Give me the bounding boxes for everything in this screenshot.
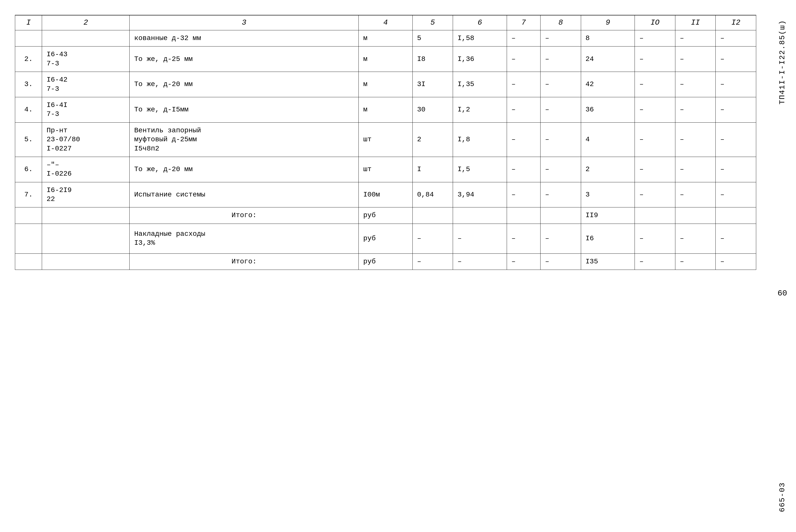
row-price: I,36 bbox=[453, 46, 507, 72]
table-row: кованные д-32 мм м 5 I,58 – – 8 – – – bbox=[15, 30, 756, 46]
row-col7: – bbox=[507, 182, 540, 207]
itogo2-col12: – bbox=[716, 253, 756, 270]
row-col12: – bbox=[716, 72, 756, 97]
row-code: I6-2I9 22 bbox=[42, 182, 130, 207]
itogo-code bbox=[42, 207, 130, 224]
itogo2-col11: – bbox=[675, 253, 715, 270]
row-code: –"– I-0226 bbox=[42, 157, 130, 182]
itogo-col8 bbox=[541, 207, 581, 224]
row-col11: – bbox=[675, 122, 715, 157]
row-col8: – bbox=[541, 122, 581, 157]
itogo2-qty: – bbox=[413, 253, 453, 270]
col-header-12: I2 bbox=[716, 15, 756, 30]
itogo2-unit: руб bbox=[359, 253, 413, 270]
row-col10: – bbox=[635, 72, 675, 97]
row-col12: – bbox=[716, 97, 756, 122]
row-id: 7. bbox=[15, 182, 42, 207]
row-col8: – bbox=[541, 30, 581, 46]
row-price: I,5 bbox=[453, 157, 507, 182]
col-header-10: IO bbox=[635, 15, 675, 30]
row-qty: 2 bbox=[413, 122, 453, 157]
row-col10: – bbox=[635, 182, 675, 207]
row-col10: – bbox=[635, 122, 675, 157]
row-id: 4. bbox=[15, 97, 42, 122]
itogo-col7 bbox=[507, 207, 540, 224]
nakladnie-col12: – bbox=[716, 224, 756, 253]
right-margin: ТП41I-I-I22.85(ш) 60 665-03 bbox=[771, 0, 794, 532]
col-header-9: 9 bbox=[581, 15, 635, 30]
col-header-7: 7 bbox=[507, 15, 540, 30]
row-col12: – bbox=[716, 157, 756, 182]
row-id: 2. bbox=[15, 46, 42, 72]
row-code: Пр-нт 23-07/80 I-0227 bbox=[42, 122, 130, 157]
nakladnie-id bbox=[15, 224, 42, 253]
row-unit: шт bbox=[359, 122, 413, 157]
row-unit: м bbox=[359, 97, 413, 122]
row-total: 4 bbox=[581, 122, 635, 157]
row-price: I,8 bbox=[453, 122, 507, 157]
row-col11: – bbox=[675, 157, 715, 182]
itogo-unit: руб bbox=[359, 207, 413, 224]
row-total: 8 bbox=[581, 30, 635, 46]
row-col12: – bbox=[716, 182, 756, 207]
header-row: I 2 3 4 5 6 7 8 9 IO II I2 bbox=[15, 15, 756, 30]
itogo-col11 bbox=[675, 207, 715, 224]
row-col7: – bbox=[507, 157, 540, 182]
itogo-label: Итого: bbox=[130, 207, 359, 224]
row-col7: – bbox=[507, 122, 540, 157]
row-total: 42 bbox=[581, 72, 635, 97]
row-unit: м bbox=[359, 46, 413, 72]
row-code: I6-43 7-3 bbox=[42, 46, 130, 72]
row-qty: 0,84 bbox=[413, 182, 453, 207]
itogo2-code bbox=[42, 253, 130, 270]
col-header-2: 2 bbox=[42, 15, 130, 30]
page-number: 60 bbox=[778, 289, 787, 298]
row-unit: м bbox=[359, 30, 413, 46]
itogo2-col7: – bbox=[507, 253, 540, 270]
table-row: 7. I6-2I9 22 Испытание системы I00м 0,84… bbox=[15, 182, 756, 207]
itogo2-col10: – bbox=[635, 253, 675, 270]
row-col10: – bbox=[635, 30, 675, 46]
itogo-row-2: Итого: руб – – – – I35 – – – bbox=[15, 253, 756, 270]
nakladnie-col7: – bbox=[507, 224, 540, 253]
side-label-bottom: 665-03 bbox=[778, 482, 786, 512]
side-label-top: ТП41I-I-I22.85(ш) bbox=[778, 20, 786, 104]
col-header-8: 8 bbox=[541, 15, 581, 30]
nakladnie-col8: – bbox=[541, 224, 581, 253]
row-id: 5. bbox=[15, 122, 42, 157]
row-desc: То же, д-I5мм bbox=[130, 97, 359, 122]
row-unit: м bbox=[359, 72, 413, 97]
row-qty: 5 bbox=[413, 30, 453, 46]
row-col11: – bbox=[675, 97, 715, 122]
table-row: 3. I6-42 7-3 То же, д-20 мм м 3I I,35 – … bbox=[15, 72, 756, 97]
nakladnie-total: I6 bbox=[581, 224, 635, 253]
row-col10: – bbox=[635, 157, 675, 182]
page-container: I 2 3 4 5 6 7 8 9 IO II I2 кованные д-32… bbox=[0, 0, 796, 532]
row-col7: – bbox=[507, 30, 540, 46]
table-row: 4. I6-4I 7-3 То же, д-I5мм м 30 I,2 – – … bbox=[15, 97, 756, 122]
row-col7: – bbox=[507, 72, 540, 97]
row-col8: – bbox=[541, 182, 581, 207]
row-desc: кованные д-32 мм bbox=[130, 30, 359, 46]
row-code: I6-4I 7-3 bbox=[42, 97, 130, 122]
main-table: I 2 3 4 5 6 7 8 9 IO II I2 кованные д-32… bbox=[15, 15, 756, 270]
itogo-col12 bbox=[716, 207, 756, 224]
row-col12: – bbox=[716, 30, 756, 46]
nakladnie-col11: – bbox=[675, 224, 715, 253]
nakladnie-price: – bbox=[453, 224, 507, 253]
itogo-id bbox=[15, 207, 42, 224]
row-desc: Вентиль запорный муфтовый д-25мм I5ч8п2 bbox=[130, 122, 359, 157]
nakladnie-qty: – bbox=[413, 224, 453, 253]
col-header-11: II bbox=[675, 15, 715, 30]
itogo2-total: I35 bbox=[581, 253, 635, 270]
row-total: 24 bbox=[581, 46, 635, 72]
row-qty: 30 bbox=[413, 97, 453, 122]
row-col7: – bbox=[507, 46, 540, 72]
itogo-total: II9 bbox=[581, 207, 635, 224]
row-total: 3 bbox=[581, 182, 635, 207]
col-header-6: 6 bbox=[453, 15, 507, 30]
row-desc: То же, д-20 мм bbox=[130, 72, 359, 97]
row-qty: I8 bbox=[413, 46, 453, 72]
row-qty: I bbox=[413, 157, 453, 182]
row-col12: – bbox=[716, 46, 756, 72]
